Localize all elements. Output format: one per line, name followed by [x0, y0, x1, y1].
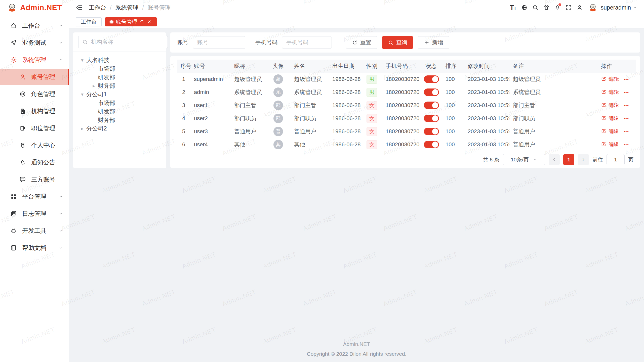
sidebar-item-org-management[interactable]: 机构管理: [0, 103, 69, 119]
cell-account: user4: [190, 138, 231, 151]
caret-down-icon[interactable]: ▾: [78, 57, 86, 63]
caret-down-icon[interactable]: ▾: [78, 92, 86, 97]
edit-button[interactable]: 编辑: [601, 76, 619, 83]
current-page-button[interactable]: 1: [563, 154, 574, 165]
tree-node[interactable]: 市场部: [76, 64, 164, 73]
next-page-button[interactable]: ›: [578, 154, 589, 165]
caret-right-icon[interactable]: ▸: [90, 83, 98, 89]
tree-node[interactable]: ▸财务部: [76, 81, 164, 90]
sidebar-item-role-management[interactable]: 角色管理: [0, 86, 69, 102]
tree-node[interactable]: 财务部: [76, 116, 164, 124]
column-header: 操作: [597, 60, 636, 73]
user-avatar[interactable]: [588, 3, 598, 12]
cell-index: 5: [177, 125, 190, 138]
sidebar-item-business-test[interactable]: 业务测试: [0, 35, 69, 51]
status-toggle[interactable]: [424, 141, 439, 148]
org-search-box[interactable]: [78, 36, 168, 48]
query-form: 账号 手机号码 重置 查询: [170, 32, 640, 53]
sidebar-item-position-management[interactable]: 职位管理: [0, 120, 69, 136]
menu-fold-icon[interactable]: [76, 4, 83, 11]
cell-gender: 女: [361, 138, 382, 151]
sidebar-item-platform-management[interactable]: 平台管理: [0, 189, 69, 205]
caret-right-icon[interactable]: ▸: [78, 126, 86, 131]
reset-button-label: 重置: [360, 39, 371, 46]
more-actions-button[interactable]: •••: [624, 129, 629, 134]
org-search-input[interactable]: [91, 38, 164, 46]
cell-modified: 2023-01-03 10:59:44: [464, 73, 509, 86]
plus-icon: [424, 40, 430, 46]
logo[interactable]: Admin.NET: [0, 0, 69, 15]
status-toggle[interactable]: [424, 115, 439, 122]
main-area: 工作台/系统管理/账号管理 TT superadmin 工作台账号管理 ••• …: [69, 0, 644, 362]
page-size-select[interactable]: 10条/页: [503, 154, 545, 165]
sidebar-item-third-party-account[interactable]: 三方账号: [0, 171, 69, 188]
cell-actions: 编辑•••: [597, 138, 636, 151]
sidebar-item-personal-center[interactable]: 个人中心: [0, 137, 69, 153]
reset-button[interactable]: 重置: [346, 36, 377, 49]
sidebar-item-workbench[interactable]: 工作台: [0, 18, 69, 34]
prev-page-button[interactable]: ‹: [549, 154, 560, 165]
breadcrumb-item[interactable]: 系统管理: [115, 4, 138, 12]
tree-node[interactable]: 市场部: [76, 99, 164, 107]
search-button[interactable]: 查询: [382, 36, 413, 49]
chat-icon: [19, 176, 26, 183]
username[interactable]: superadmin: [601, 4, 631, 11]
tree-node[interactable]: ▾大名科技: [76, 56, 164, 64]
sidebar-item-account-management[interactable]: 账号管理: [0, 69, 69, 85]
tab-close-icon[interactable]: [147, 19, 152, 24]
status-toggle[interactable]: [424, 128, 439, 135]
cell-index: 4: [177, 112, 190, 125]
cell-gender: 男: [361, 86, 382, 99]
sidebar-item-log-management[interactable]: 日志管理: [0, 206, 69, 222]
breadcrumb-item[interactable]: 账号管理: [148, 4, 171, 12]
more-actions-button[interactable]: •••: [624, 103, 629, 108]
status-toggle[interactable]: [424, 75, 439, 83]
more-actions-button[interactable]: •••: [624, 143, 629, 147]
footer-copyright: Copyright © 2022 Dilon All rights reserv…: [69, 349, 644, 359]
refresh-icon: [352, 40, 358, 46]
edit-button[interactable]: 编辑: [601, 102, 619, 109]
status-toggle[interactable]: [424, 102, 439, 109]
tree-node[interactable]: 研发部: [76, 73, 164, 81]
gender-badge: 男: [367, 75, 377, 84]
more-actions-button[interactable]: •••: [624, 90, 629, 95]
tab-工作台[interactable]: 工作台: [76, 17, 102, 26]
profile-icon[interactable]: [574, 2, 585, 13]
fullscreen-icon[interactable]: [563, 2, 574, 13]
add-button[interactable]: 新增: [418, 36, 449, 49]
status-toggle[interactable]: [424, 88, 439, 96]
gender-badge: 女: [367, 127, 377, 136]
edit-button[interactable]: 编辑: [601, 141, 619, 148]
screen: Admin.NET 工作台业务测试系统管理账号管理角色管理机构管理职位管理个人中…: [0, 0, 644, 362]
tree-node[interactable]: 研发部: [76, 107, 164, 116]
edit-button[interactable]: 编辑: [601, 128, 619, 135]
edit-button[interactable]: 编辑: [601, 89, 619, 96]
edit-button[interactable]: 编辑: [601, 115, 619, 122]
sidebar-item-dev-tools[interactable]: 开发工具: [0, 223, 69, 239]
tab-refresh-icon[interactable]: [140, 19, 144, 24]
tree-node[interactable]: ▸分公司2: [76, 124, 164, 133]
account-label: 账号: [177, 39, 188, 46]
phone-input[interactable]: [282, 36, 332, 49]
theme-icon[interactable]: [541, 2, 552, 13]
notification-icon[interactable]: [552, 2, 563, 13]
sidebar-item-system-management[interactable]: 系统管理: [0, 52, 69, 68]
gender-badge: 女: [367, 114, 377, 123]
edit-icon: [601, 141, 607, 148]
more-actions-button[interactable]: •••: [624, 116, 629, 121]
account-input[interactable]: [193, 36, 245, 49]
font-size-icon[interactable]: TT: [508, 2, 519, 13]
tree-node[interactable]: ▾分公司1: [76, 90, 164, 99]
translate-icon[interactable]: [519, 2, 530, 13]
search-icon[interactable]: [530, 2, 541, 13]
cell-sort: 100: [442, 99, 464, 112]
row-actions: 编辑•••: [601, 128, 632, 135]
column-header: 头像: [266, 60, 291, 73]
breadcrumb-item[interactable]: 工作台: [89, 4, 106, 12]
sidebar-item-help-docs[interactable]: 帮助文档: [0, 240, 69, 256]
chevron-down-icon[interactable]: [632, 5, 637, 10]
tab-账号管理[interactable]: 账号管理: [105, 17, 157, 26]
more-actions-button[interactable]: •••: [624, 77, 629, 81]
sidebar-item-notice[interactable]: 通知公告: [0, 154, 69, 170]
goto-page-input[interactable]: [607, 154, 625, 165]
